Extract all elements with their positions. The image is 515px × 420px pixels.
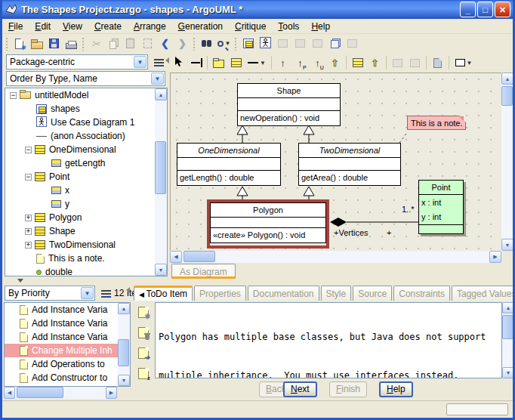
- new-dependency-button[interactable]: [274, 54, 291, 71]
- next-button[interactable]: Next: [283, 381, 317, 397]
- scroll-thumb[interactable]: [183, 251, 215, 262]
- scroll-thumb[interactable]: [17, 387, 63, 398]
- explorer-collapse-arrow[interactable]: [165, 57, 169, 63]
- tree-item-x[interactable]: x: [5, 184, 167, 197]
- tree-item-y[interactable]: y: [5, 197, 167, 211]
- copy-button[interactable]: [104, 36, 122, 52]
- scroll-right-icon[interactable]: ▶: [106, 387, 117, 399]
- new-interface-button[interactable]: [349, 54, 366, 71]
- splitter-collapse-arrow[interactable]: [17, 279, 23, 283]
- new-permission-button[interactable]: [291, 54, 309, 71]
- class-diagram-button[interactable]: [239, 36, 257, 52]
- tab-tagged-values[interactable]: Tagged Values: [452, 286, 513, 301]
- scroll-up-icon[interactable]: ▲: [502, 302, 514, 313]
- tree-item-untitledmodel[interactable]: untitledModel: [5, 88, 167, 102]
- menu-tools[interactable]: Tools: [272, 20, 305, 33]
- menu-generation[interactable]: Generation: [172, 20, 229, 33]
- tree-item-note[interactable]: This is a note.: [5, 252, 167, 265]
- activity-diagram-button[interactable]: [309, 36, 326, 52]
- new-comment-button[interactable]: [429, 54, 446, 71]
- snooze-todo-button[interactable]: z: [135, 365, 152, 381]
- collaboration-diagram-button[interactable]: [291, 36, 309, 52]
- todo-list-item[interactable]: Add Operations to: [5, 357, 130, 371]
- todo-collapse-arrow[interactable]: [126, 287, 130, 293]
- explorer-tree[interactable]: untitledModel shapes Use Case Diagram 1 …: [5, 88, 168, 276]
- perspective-combo[interactable]: Package-centric ▼: [6, 54, 148, 69]
- new-project-button[interactable]: [11, 36, 28, 52]
- new-todo-button[interactable]: ✱: [135, 304, 152, 320]
- help-button[interactable]: Help: [379, 381, 413, 397]
- use-case-diagram-button[interactable]: [257, 36, 274, 52]
- tab-documentation[interactable]: Documentation: [248, 286, 319, 301]
- combo-dropdown-icon[interactable]: ▼: [134, 56, 146, 68]
- combo-dropdown-icon[interactable]: ▼: [151, 73, 164, 85]
- scroll-up-icon[interactable]: ▲: [501, 73, 513, 85]
- new-realization-button[interactable]: [366, 54, 384, 71]
- tab-style[interactable]: Style: [321, 286, 352, 301]
- cut-button[interactable]: [87, 36, 104, 52]
- zoom-button[interactable]: ▼: [215, 36, 233, 52]
- scroll-right-icon[interactable]: ▶: [489, 251, 501, 263]
- delete-todo-button[interactable]: [135, 324, 152, 341]
- menu-create[interactable]: Create: [88, 20, 128, 33]
- todo-list-item[interactable]: Add Constructor to: [5, 371, 130, 384]
- association-class-button[interactable]: [406, 54, 424, 71]
- scroll-down-icon[interactable]: ▼: [502, 367, 514, 378]
- tab-as-diagram[interactable]: As Diagram: [171, 264, 236, 279]
- scroll-up-icon[interactable]: ▲: [118, 303, 130, 314]
- todo-wizard-text[interactable]: Polygon has multiple base classes, but J…: [155, 302, 502, 378]
- menu-arrange[interactable]: Arrange: [128, 20, 172, 33]
- new-association-button[interactable]: ▼: [245, 54, 269, 71]
- paste-button[interactable]: [122, 36, 139, 52]
- tree-item-shape[interactable]: Shape: [5, 224, 167, 238]
- sequence-diagram-button[interactable]: [344, 36, 361, 52]
- scroll-up-icon[interactable]: ▲: [155, 88, 167, 100]
- scroll-thumb[interactable]: [118, 339, 129, 366]
- collapse-icon[interactable]: [10, 92, 17, 99]
- uml-class-twodimensional[interactable]: TwoDimensional getArea() : double: [298, 143, 401, 186]
- nav-forward-button[interactable]: ❯: [174, 36, 191, 52]
- tree-item-point[interactable]: Point: [5, 170, 167, 184]
- expand-icon[interactable]: [25, 228, 32, 235]
- minimize-button[interactable]: _: [460, 2, 476, 17]
- tree-item-double[interactable]: double: [5, 265, 167, 276]
- todo-hscrollbar[interactable]: ◀ ▶: [4, 387, 117, 399]
- scroll-down-icon[interactable]: ▼: [155, 264, 167, 276]
- paste-special-button[interactable]: [139, 36, 156, 52]
- diagram-vscrollbar[interactable]: ▲ ▼: [501, 73, 513, 251]
- broken-line-tool-button[interactable]: [187, 54, 205, 71]
- menu-help[interactable]: Help: [305, 20, 336, 33]
- resolve-todo-button[interactable]: ➔: [135, 344, 152, 361]
- scroll-down-icon[interactable]: ▼: [501, 239, 513, 251]
- todo-list-item-selected[interactable]: Change Multiple Inh: [5, 344, 130, 357]
- scroll-left-icon[interactable]: ◀: [170, 251, 182, 263]
- menu-critique[interactable]: Critique: [229, 20, 272, 33]
- tree-item-onedimensional[interactable]: OneDimensional: [5, 143, 167, 156]
- tab-source[interactable]: Source: [353, 286, 392, 301]
- todo-filter-combo[interactable]: By Priority ▼: [5, 286, 95, 301]
- new-package-button[interactable]: [210, 54, 227, 71]
- order-combo[interactable]: Order By Type, Name ▼: [6, 71, 165, 86]
- shape-tool-button[interactable]: ▼: [452, 54, 476, 71]
- menu-view[interactable]: View: [57, 20, 88, 33]
- todo-flat-view-button[interactable]: [97, 286, 115, 302]
- save-project-button[interactable]: [45, 36, 63, 52]
- scroll-thumb[interactable]: [502, 315, 513, 339]
- expand-icon[interactable]: [25, 242, 32, 249]
- tab-constraints[interactable]: Constraints: [393, 286, 450, 301]
- scroll-down-icon[interactable]: ▼: [118, 375, 130, 386]
- scroll-left-icon[interactable]: ◀: [4, 387, 15, 399]
- nav-back-button[interactable]: ❮: [156, 36, 174, 52]
- tree-item-shapes[interactable]: shapes: [5, 102, 167, 116]
- menu-edit[interactable]: Edit: [29, 20, 57, 33]
- todo-list-item[interactable]: Add Instance Varia: [5, 317, 130, 330]
- expand-icon[interactable]: [25, 215, 32, 221]
- uml-class-shape[interactable]: Shape newOperation() : void: [237, 83, 341, 126]
- combo-dropdown-icon[interactable]: ▼: [81, 287, 94, 299]
- finish-button[interactable]: Finish: [329, 381, 367, 397]
- uml-note[interactable]: This is a note.: [407, 116, 466, 130]
- dropdown-arrow-icon[interactable]: ▼: [260, 60, 266, 66]
- todo-list-scrollbar[interactable]: ▲ ▼: [118, 303, 130, 386]
- todo-list-item[interactable]: Add Instance Varia: [5, 330, 130, 344]
- todo-list[interactable]: Add Instance Varia Add Instance Varia Ad…: [4, 302, 131, 387]
